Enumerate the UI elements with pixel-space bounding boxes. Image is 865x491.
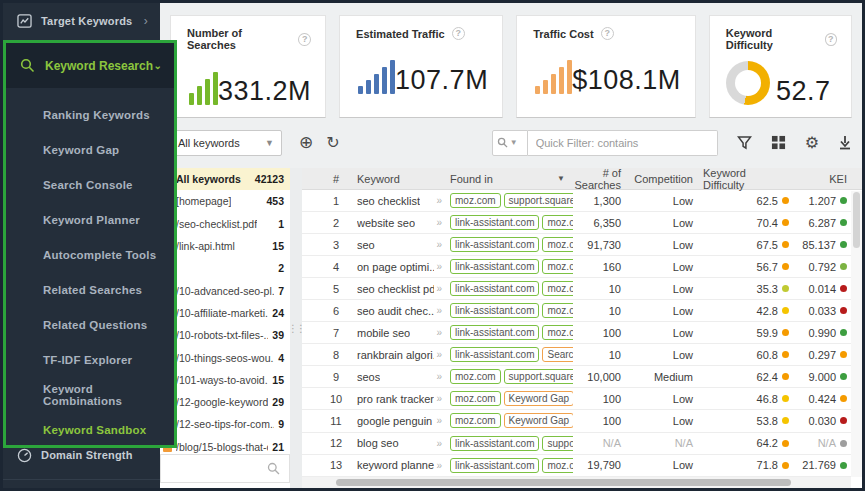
source-tag[interactable]: moz.com xyxy=(542,237,573,252)
expand-chevrons-icon[interactable]: » xyxy=(434,261,446,272)
vertical-scrollbar[interactable] xyxy=(851,191,862,477)
refresh-button[interactable]: ↻ xyxy=(326,135,339,151)
source-tag[interactable]: link-assistant.com xyxy=(450,325,539,340)
source-tag[interactable]: support.squarespace.com xyxy=(504,369,573,384)
horizontal-scrollbar[interactable] xyxy=(302,477,851,488)
source-tag[interactable]: moz.com xyxy=(542,281,573,296)
source-tag[interactable]: Search Console xyxy=(542,347,573,362)
source-tag[interactable]: support.squarespace.com xyxy=(542,436,573,451)
expand-chevrons-icon[interactable]: » xyxy=(434,195,446,206)
source-tag[interactable]: moz.com xyxy=(542,259,573,274)
add-keywords-button[interactable]: ⊕ xyxy=(299,134,313,151)
table-row[interactable]: 8 rankbrain algori... » link-assistant.c… xyxy=(302,344,862,366)
expand-chevrons-icon[interactable]: » xyxy=(434,460,446,471)
col-header-keyword-difficulty[interactable]: Keyword Difficulty xyxy=(703,168,793,191)
scrollbar-thumb[interactable] xyxy=(853,192,860,248)
help-icon[interactable]: ? xyxy=(825,33,837,46)
source-tag[interactable]: moz.com xyxy=(450,369,501,384)
flyout-menu-item[interactable]: Keyword Gap xyxy=(6,132,174,167)
keywords-scope-select[interactable]: All keywords ▼ xyxy=(170,130,282,156)
table-row[interactable]: 7 mobile seo » link-assistant.com moz. xyxy=(302,322,862,344)
table-row[interactable]: 12 blog seo » link-assistant.com suppo xyxy=(302,433,862,455)
table-row[interactable]: 2 website seo » link-assistant.com moz xyxy=(302,212,862,234)
page-row[interactable]: /10-things-seos-wou... 4 xyxy=(160,346,290,368)
expand-chevrons-icon[interactable]: » xyxy=(434,239,446,250)
table-row[interactable]: 9 seos » moz.com support.squarespace.c xyxy=(302,366,862,388)
flyout-menu-item[interactable]: Related Searches xyxy=(6,272,174,307)
source-tag[interactable]: moz.com xyxy=(450,391,501,406)
expand-chevrons-icon[interactable]: » xyxy=(434,438,446,449)
flyout-menu-item[interactable]: Ranking Keywords xyxy=(6,97,174,132)
flyout-menu-item[interactable]: Related Questions xyxy=(6,307,174,342)
source-tag[interactable]: Keyword Gap xyxy=(504,413,573,428)
col-header-found-in[interactable]: Found in ▼ xyxy=(446,173,573,185)
table-row[interactable]: 4 on page optimi... » link-assistant.com xyxy=(302,256,862,278)
expand-chevrons-icon[interactable]: » xyxy=(434,393,446,404)
scrollbar-thumb[interactable] xyxy=(336,479,791,486)
page-row[interactable]: /link-api.html 15 xyxy=(160,235,290,257)
page-row[interactable]: [homepage] 453 xyxy=(160,190,290,212)
col-header-competition[interactable]: Competition xyxy=(633,173,703,185)
flyout-menu-item[interactable]: Search Console xyxy=(6,167,174,202)
expand-chevrons-icon[interactable]: » xyxy=(434,217,446,228)
flyout-menu-item[interactable]: Keyword Planner xyxy=(6,202,174,237)
page-row[interactable]: /seo-checklist.pdf 1 xyxy=(160,213,290,235)
quick-filter-input[interactable] xyxy=(528,130,718,156)
page-row[interactable]: /10-robots-txt-files-... 39 xyxy=(160,324,290,346)
source-tag[interactable]: link-assistant.com xyxy=(450,281,539,296)
page-row[interactable]: 2 xyxy=(160,257,290,279)
expand-chevrons-icon[interactable]: » xyxy=(434,327,446,338)
page-row[interactable]: /10-affiliate-marketi... 24 xyxy=(160,302,290,324)
expand-chevrons-icon[interactable]: » xyxy=(434,305,446,316)
search-mode-select[interactable]: ▼ xyxy=(492,130,528,156)
expand-chevrons-icon[interactable]: » xyxy=(434,371,446,382)
sidebar-item-domain-strength[interactable]: Domain Strength xyxy=(3,437,160,473)
chevron-down-icon[interactable]: ▼ xyxy=(557,174,573,183)
source-tag[interactable]: link-assistant.com xyxy=(450,237,539,252)
page-row[interactable]: All keywords 42123 xyxy=(160,168,290,190)
source-tag[interactable]: link-assistant.com xyxy=(450,347,539,362)
table-row[interactable]: 6 seo audit chec... » link-assistant.com xyxy=(302,300,862,322)
source-tag[interactable]: link-assistant.com xyxy=(450,303,539,318)
pages-search-input[interactable] xyxy=(160,454,290,483)
page-row[interactable]: /101-ways-to-avoid... 15 xyxy=(160,369,290,391)
flyout-menu-item[interactable]: TF-IDF Explorer xyxy=(6,342,174,377)
table-row[interactable]: 10 pro rank tracker » moz.com Keyword xyxy=(302,388,862,410)
filter-button[interactable] xyxy=(737,135,752,150)
source-tag[interactable]: link-assistant.com xyxy=(450,436,539,451)
source-tag[interactable]: Keyword Gap xyxy=(504,391,573,406)
table-row[interactable]: 11 google penguin » moz.com Keyword Ga xyxy=(302,410,862,432)
source-tag[interactable]: support.squarespace.com xyxy=(504,193,573,208)
columns-layout-button[interactable] xyxy=(771,135,786,150)
sidebar-item-keyword-research[interactable]: Keyword Research ⌄ xyxy=(6,43,174,88)
col-header-kei[interactable]: KEI xyxy=(793,173,852,185)
help-icon[interactable]: ? xyxy=(601,27,614,40)
source-tag[interactable]: moz.com xyxy=(542,303,573,318)
col-header-keyword[interactable]: Keyword xyxy=(351,173,446,185)
page-row[interactable]: /10-advanced-seo-pl... 7 xyxy=(160,279,290,301)
col-header-searches[interactable]: # of Searches xyxy=(573,168,633,191)
source-tag[interactable]: moz.com xyxy=(542,215,573,230)
table-row[interactable]: 1 seo checklist » moz.com support.squa xyxy=(302,190,862,212)
export-button[interactable] xyxy=(838,135,852,150)
settings-button[interactable]: ⚙ xyxy=(805,135,819,151)
source-tag[interactable]: link-assistant.com xyxy=(450,215,539,230)
flyout-menu-item[interactable]: Autocomplete Tools xyxy=(6,237,174,272)
help-icon[interactable]: ? xyxy=(452,27,465,40)
table-row[interactable]: 13 keyword planner » link-assistant.com xyxy=(302,455,862,477)
col-header-num[interactable]: # xyxy=(321,173,351,185)
page-row[interactable]: /12-google-keyword... 29 xyxy=(160,391,290,413)
sidebar-item-target-keywords[interactable]: Target Keywords › xyxy=(3,3,160,39)
source-tag[interactable]: link-assistant.com xyxy=(450,458,539,473)
source-tag[interactable]: moz.com xyxy=(542,325,573,340)
help-icon[interactable]: ? xyxy=(298,33,311,46)
source-tag[interactable]: moz.com xyxy=(450,193,501,208)
panel-splitter[interactable]: ⋮⋮ xyxy=(290,168,302,488)
expand-chevrons-icon[interactable]: » xyxy=(434,283,446,294)
source-tag[interactable]: link-assistant.com xyxy=(450,259,539,274)
flyout-menu-item[interactable]: Keyword Combinations xyxy=(6,377,174,412)
table-row[interactable]: 3 seo » link-assistant.com moz.com xyxy=(302,234,862,256)
source-tag[interactable]: moz.com xyxy=(450,413,501,428)
expand-chevrons-icon[interactable]: » xyxy=(434,415,446,426)
expand-chevrons-icon[interactable]: » xyxy=(434,349,446,360)
